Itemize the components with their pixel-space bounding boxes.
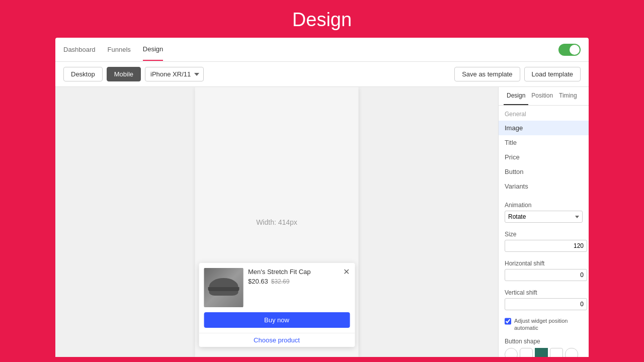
- animation-label: Animation: [505, 202, 583, 209]
- nav-bar: Dashboard Funnels Design: [55, 38, 589, 62]
- tab-timing[interactable]: Timing: [556, 87, 580, 105]
- shape-pill[interactable]: [565, 348, 578, 357]
- tab-design[interactable]: Design: [504, 87, 528, 105]
- animation-setting: Animation Rotate None Bounce Pulse Shake: [499, 198, 589, 227]
- product-card: Men's Stretch Fit Cap $20.63 $32.69 ✕ Bu…: [199, 263, 355, 347]
- size-label: Size: [505, 231, 583, 238]
- section-price[interactable]: Price: [499, 150, 589, 164]
- content-area: Width: 414px Men's Stretch Fit Cap $20.6…: [55, 87, 589, 357]
- product-image: [204, 268, 243, 307]
- size-input-row: ▲ ▼: [505, 240, 583, 252]
- device-select[interactable]: iPhone XR/11: [145, 67, 204, 81]
- nav-design[interactable]: Design: [143, 38, 163, 61]
- page-title: Design: [0, 9, 644, 31]
- animation-select[interactable]: Rotate None Bounce Pulse Shake: [505, 211, 583, 223]
- close-button[interactable]: ✕: [343, 268, 350, 276]
- product-name: Men's Stretch Fit Cap: [248, 268, 338, 276]
- buy-now-button[interactable]: Buy now: [204, 312, 350, 328]
- h-shift-input[interactable]: [505, 269, 587, 281]
- nav-dashboard[interactable]: Dashboard: [63, 39, 96, 60]
- load-template-button[interactable]: Load template: [524, 67, 581, 81]
- product-info: Men's Stretch Fit Cap $20.63 $32.69: [248, 268, 338, 285]
- choose-product-link[interactable]: Choose product: [199, 333, 355, 347]
- section-title[interactable]: Title: [499, 135, 589, 150]
- toggle-switch[interactable]: [558, 44, 581, 56]
- h-shift-input-row: ▲ ▼: [505, 269, 583, 281]
- shape-square[interactable]: [535, 348, 548, 357]
- mobile-view-button[interactable]: Mobile: [107, 67, 141, 81]
- v-shift-setting: Vertical shift ▲ ▼: [499, 285, 589, 314]
- shape-rounded-square[interactable]: [520, 348, 533, 357]
- adjust-widget-row: Adjust widget position automatic: [499, 314, 589, 335]
- width-label: Width: 414px: [256, 218, 297, 226]
- section-image[interactable]: Image: [499, 121, 589, 135]
- top-header: Design: [0, 0, 644, 38]
- v-shift-input[interactable]: [505, 298, 587, 310]
- canvas-area: Width: 414px Men's Stretch Fit Cap $20.6…: [55, 87, 498, 357]
- adjust-widget-checkbox[interactable]: [505, 318, 511, 325]
- shape-options: [505, 348, 583, 357]
- product-price-row: $20.63 $32.69: [248, 278, 338, 285]
- tab-position[interactable]: Position: [528, 87, 556, 105]
- desktop-view-button[interactable]: Desktop: [63, 67, 103, 81]
- canvas-frame: Width: 414px Men's Stretch Fit Cap $20.6…: [195, 87, 359, 357]
- price-original: $32.69: [271, 278, 290, 285]
- v-shift-label: Vertical shift: [505, 289, 583, 296]
- shape-circle[interactable]: [505, 348, 518, 357]
- size-setting: Size ▲ ▼: [499, 227, 589, 256]
- section-button[interactable]: Button: [499, 164, 589, 179]
- save-template-button[interactable]: Save as template: [454, 67, 520, 81]
- nav-funnels[interactable]: Funnels: [108, 39, 131, 60]
- button-shape-section: Button shape: [499, 335, 589, 357]
- button-shape-label: Button shape: [505, 338, 583, 345]
- product-card-header: Men's Stretch Fit Cap $20.63 $32.69 ✕: [199, 263, 355, 312]
- shape-soft[interactable]: [550, 348, 563, 357]
- size-input[interactable]: [505, 240, 587, 252]
- main-container: Dashboard Funnels Design Desktop Mobile …: [55, 38, 589, 357]
- v-shift-input-row: ▲ ▼: [505, 298, 583, 310]
- general-label: General: [499, 106, 589, 121]
- product-image-visual: [204, 268, 243, 307]
- h-shift-setting: Horizontal shift ▲ ▼: [499, 256, 589, 285]
- panel-tabs: Design Position Timing: [499, 87, 589, 106]
- h-shift-label: Horizontal shift: [505, 260, 583, 267]
- section-variants[interactable]: Variants: [499, 179, 589, 194]
- price-current: $20.63: [248, 278, 268, 285]
- right-panel: Design Position Timing General Image Tit…: [498, 87, 589, 357]
- toolbar: Desktop Mobile iPhone XR/11 Save as temp…: [55, 62, 589, 87]
- adjust-widget-label: Adjust widget position automatic: [514, 317, 583, 332]
